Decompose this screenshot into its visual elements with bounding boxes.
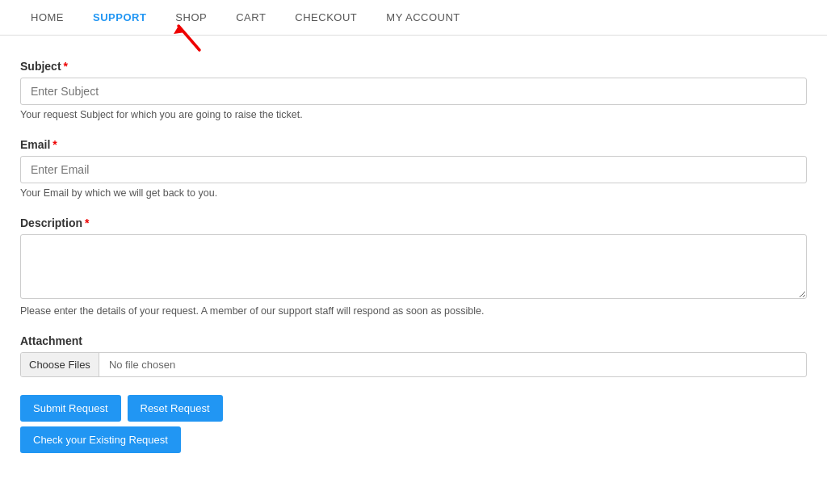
subject-input[interactable]: [20, 78, 807, 105]
email-required: *: [52, 138, 57, 151]
main-nav: HOME SUPPORT SHOP CART CHECKOUT MY ACCOU…: [0, 0, 827, 36]
description-required: *: [85, 216, 89, 229]
email-input[interactable]: [20, 156, 807, 183]
description-group: Description* Please enter the details of…: [20, 216, 807, 317]
no-file-label: No file chosen: [99, 353, 185, 376]
description-label: Description*: [20, 216, 807, 229]
file-input-wrapper: Choose Files No file chosen: [20, 352, 807, 377]
nav-item-myaccount[interactable]: MY ACCOUNT: [372, 0, 474, 35]
email-label: Email*: [20, 138, 807, 151]
attachment-label: Attachment: [20, 334, 807, 347]
reset-request-button[interactable]: Reset Request: [128, 395, 223, 422]
nav-item-checkout[interactable]: CHECKOUT: [280, 0, 372, 35]
nav-item-cart[interactable]: CART: [221, 0, 280, 35]
subject-group: Subject* Your request Subject for which …: [20, 60, 807, 120]
email-group: Email* Your Email by which we will get b…: [20, 138, 807, 199]
subject-hint: Your request Subject for which you are g…: [20, 109, 807, 120]
subject-required: *: [64, 60, 68, 73]
nav-item-support[interactable]: SUPPORT: [78, 0, 161, 35]
submit-request-button[interactable]: Submit Request: [20, 395, 121, 422]
nav-item-shop[interactable]: SHOP: [161, 0, 221, 35]
choose-files-button[interactable]: Choose Files: [21, 353, 99, 376]
description-hint: Please enter the details of your request…: [20, 305, 807, 317]
attachment-group: Attachment Choose Files No file chosen: [20, 334, 807, 377]
button-row-1: Submit Request Reset Request: [20, 395, 807, 422]
main-content: Subject* Your request Subject for which …: [0, 36, 827, 477]
check-existing-button[interactable]: Check your Existing Request: [20, 426, 181, 453]
button-row-2: Check your Existing Request: [20, 426, 807, 453]
subject-label: Subject*: [20, 60, 807, 73]
nav-item-home[interactable]: HOME: [16, 0, 78, 35]
email-hint: Your Email by which we will get back to …: [20, 187, 807, 199]
description-textarea[interactable]: [20, 234, 807, 299]
